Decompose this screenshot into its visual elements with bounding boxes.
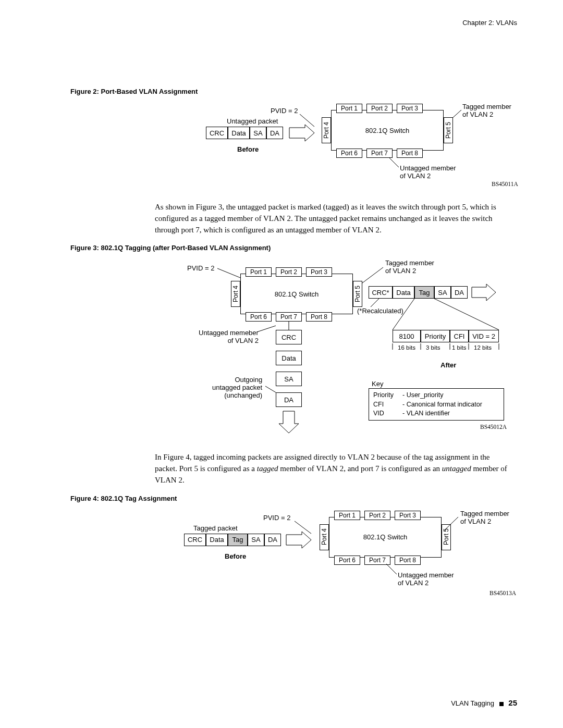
out-da: DA — [451, 286, 468, 299]
tag-bits-2: 3 bits — [426, 344, 440, 351]
svg-line-7 — [265, 386, 276, 392]
tag-vid: VID = 2 — [469, 330, 499, 342]
tagged-member-l2: of VLAN 2 — [462, 110, 493, 118]
packet-crc: CRC — [184, 534, 206, 546]
figure-3-code: BS45012A — [480, 424, 507, 430]
tagged-member-label: Tagged member of VLAN 2 — [460, 510, 509, 525]
key-priority-l: Priority — [373, 391, 402, 400]
packet-tag: Tag — [228, 534, 248, 546]
port-2-text: Port 2 — [371, 105, 388, 112]
port-7-text: Port 7 — [369, 557, 386, 564]
svg-marker-0 — [289, 125, 314, 141]
packet-da: DA — [264, 534, 281, 546]
para2-tagged: tagged — [257, 464, 278, 473]
svg-line-1 — [300, 114, 314, 127]
svg-line-10 — [434, 299, 499, 330]
untagged-member-l1: Untagged member — [400, 164, 456, 172]
col-da-text: DA — [284, 396, 293, 404]
untagged-member-l2: of VLAN 2 — [398, 579, 429, 587]
tag-vid-text: VID = 2 — [472, 332, 495, 340]
port-3-text: Port 3 — [311, 268, 327, 276]
chapter-header: Chapter 2: VLANs — [462, 19, 517, 27]
port-3: Port 3 — [397, 104, 423, 113]
port-7: Port 7 — [364, 556, 390, 565]
switch-box: 802.1Q Switch — [240, 274, 353, 314]
port-5: Port 5 — [444, 117, 453, 143]
port-5: Port 5 — [442, 524, 451, 550]
switch-box: 802.1Q Switch — [329, 517, 442, 558]
tag-priority: Priority — [421, 330, 450, 342]
before-label: Before — [237, 145, 259, 153]
svg-line-20 — [295, 521, 311, 534]
svg-line-3 — [388, 157, 399, 167]
footer-section: VLAN Tagging — [451, 699, 494, 707]
untagged-memeber-l2: of VLAN 2 — [228, 337, 259, 344]
packet-data-text: Data — [210, 536, 224, 544]
port-4: Port 4 — [322, 117, 331, 143]
untagged-packet-label: Untagged packet — [227, 117, 278, 125]
port-1-text: Port 1 — [341, 105, 358, 112]
pvid-label: PVID = 2 — [271, 107, 298, 115]
svg-line-6 — [257, 326, 276, 332]
switch-label: 802.1Q Switch — [363, 533, 408, 541]
col-sa: SA — [276, 372, 302, 386]
key-title: Key — [372, 380, 383, 388]
paragraph-1: As shown in Figure 3, the untagged packe… — [155, 202, 512, 236]
port-6-text: Port 6 — [250, 313, 267, 320]
port-8: Port 8 — [395, 556, 421, 565]
paragraph-2: In Figure 4, tagged incoming packets are… — [155, 452, 512, 486]
tagged-member-label: Tagged member of VLAN 2 — [385, 259, 434, 275]
out-da-text: DA — [455, 289, 464, 297]
packet-tag-text: Tag — [232, 536, 243, 544]
tag-8100: 8100 — [393, 330, 421, 342]
para2-mid: member of VLAN 2, and port 7 is configur… — [278, 464, 442, 473]
tagged-packet-label: Tagged packet — [193, 524, 238, 532]
tagged-member-l2: of VLAN 2 — [385, 267, 416, 275]
tagged-member-l1: Tagged member — [462, 103, 511, 110]
packet-crc-text: CRC — [188, 536, 202, 544]
port-7: Port 7 — [366, 149, 393, 158]
out-tag-text: Tag — [419, 289, 430, 297]
key-cfi-r: - Canonical format indicator — [402, 401, 482, 408]
recalculated-label: (*Recalculated) — [357, 307, 403, 315]
port-8-text: Port 8 — [399, 557, 416, 564]
packet-da-text: DA — [268, 536, 277, 544]
tagged-member-l1: Tagged member — [460, 510, 509, 517]
port-1: Port 1 — [336, 104, 362, 113]
svg-line-4 — [217, 268, 240, 278]
pvid-label: PVID = 2 — [187, 264, 214, 272]
col-sa-text: SA — [284, 375, 293, 383]
svg-marker-19 — [286, 532, 311, 548]
port-3-text: Port 3 — [399, 512, 416, 519]
out-tag: Tag — [414, 286, 434, 299]
out-data-text: Data — [396, 289, 410, 297]
figure-3-caption: Figure 3: 802.1Q Tagging (after Port-Bas… — [70, 244, 517, 252]
port-8: Port 8 — [397, 149, 423, 158]
packet-sa: SA — [250, 127, 266, 139]
port-5-text: Port 5 — [443, 528, 450, 545]
col-da: DA — [276, 392, 302, 407]
port-8: Port 8 — [306, 312, 332, 322]
out-crc: CRC* — [369, 286, 393, 299]
svg-marker-17 — [279, 411, 299, 433]
tagged-member-l1: Tagged member — [385, 259, 434, 267]
untagged-member-l2: of VLAN 2 — [400, 172, 431, 180]
port-7-text: Port 7 — [280, 313, 297, 320]
port-2-text: Port 2 — [369, 512, 386, 519]
port-4: Port 4 — [231, 281, 240, 307]
untagged-member-label: Untagged member of VLAN 2 — [398, 571, 454, 587]
switch-label: 802.1Q Switch — [365, 127, 410, 134]
svg-line-8 — [371, 299, 379, 307]
outgoing-label: Outgoing untagged packet (unchanged) — [212, 376, 262, 399]
packet-sa-text: SA — [253, 129, 262, 137]
port-6-text: Port 6 — [339, 557, 356, 564]
port-8-text: Port 8 — [311, 313, 327, 320]
key-vid-r: - VLAN identifier — [402, 410, 450, 417]
col-crc-text: CRC — [282, 334, 296, 341]
switch-box: 802.1Q Switch — [331, 110, 444, 151]
port-2: Port 2 — [366, 104, 393, 113]
packet-data-text: Data — [231, 129, 246, 137]
key-cfi-l: CFI — [373, 400, 402, 410]
tag-priority-text: Priority — [425, 332, 446, 340]
port-6-text: Port 6 — [341, 150, 358, 157]
